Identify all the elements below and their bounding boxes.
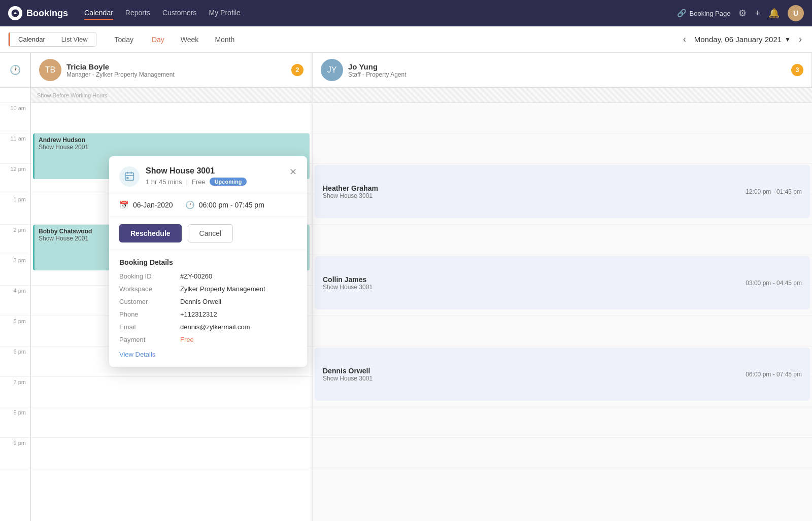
nav-reports[interactable]: Reports: [125, 7, 150, 20]
svg-rect-1: [125, 173, 134, 181]
staff-badge-jo: 3: [791, 64, 803, 76]
day-button[interactable]: Day: [148, 33, 168, 46]
view-toggle: Calendar List View: [8, 32, 96, 47]
booking-page-button[interactable]: 🔗 Booking Page: [677, 9, 731, 18]
popup-date-item: 📅 06-Jan-2020: [119, 200, 173, 210]
detail-label-payment: Payment: [119, 336, 180, 343]
list-view-button[interactable]: List View: [53, 32, 96, 46]
detail-row-id: Booking ID #ZY-00260: [119, 272, 297, 280]
detail-value-customer: Dennis Orwell: [180, 298, 221, 305]
detail-row-payment: Payment Free: [119, 336, 297, 343]
event-heather-graham[interactable]: Heather Graham Show House 3001 12:00 pm …: [315, 165, 810, 218]
time-slot-4pm: 4 pm: [0, 286, 30, 316]
event-type: Show House 3001: [323, 192, 378, 199]
customer-name: Dennis Orwell: [323, 367, 373, 375]
month-button[interactable]: Month: [211, 33, 239, 46]
popup-close-button[interactable]: ✕: [289, 166, 297, 178]
add-icon[interactable]: +: [755, 8, 760, 19]
time-header: 🕐: [0, 53, 30, 87]
time-slot-2pm: 2 pm: [0, 225, 30, 255]
event-title: Andrew Hudson: [39, 136, 306, 144]
detail-label-id: Booking ID: [119, 272, 180, 280]
time-slot-5pm: 5 pm: [0, 316, 30, 346]
staff-role-tricia: Manager - Zylker Property Management: [66, 71, 175, 78]
nav-customers[interactable]: Customers: [162, 7, 197, 20]
view-details-link[interactable]: View Details: [119, 351, 155, 358]
detail-label-email: Email: [119, 323, 180, 331]
detail-value-id: #ZY-00260: [180, 272, 212, 280]
nav-calendar[interactable]: Calendar: [84, 7, 113, 20]
detail-value-phone: +112312312: [180, 310, 217, 318]
prev-date-button[interactable]: ‹: [681, 32, 688, 47]
popup-duration: 1 hr 45 mins: [146, 178, 182, 186]
popup-title-area: Show House 3001 1 hr 45 mins | Free Upco…: [146, 166, 285, 186]
staff-details-tricia: Tricia Boyle Manager - Zylker Property M…: [66, 62, 175, 78]
staff-role-jo: Staff - Property Agent: [348, 71, 407, 78]
clock-icon: 🕐: [185, 200, 195, 210]
detail-label-customer: Customer: [119, 298, 180, 305]
detail-value-email: dennis@zylkermail.com: [180, 323, 250, 331]
popup-separator: |: [186, 178, 188, 186]
notifications-icon[interactable]: 🔔: [768, 8, 780, 19]
time-slot-10am: 10 am: [0, 103, 30, 133]
current-date: Monday, 06 January 2021 ▼: [694, 35, 791, 44]
week-button[interactable]: Week: [177, 33, 203, 46]
next-date-button[interactable]: ›: [797, 32, 804, 47]
brand-logo: Bookings: [8, 6, 68, 20]
calendar-view-button[interactable]: Calendar: [9, 32, 53, 46]
today-button[interactable]: Today: [109, 33, 140, 46]
detail-value-workspace: Zylker Property Management: [180, 285, 265, 293]
settings-icon[interactable]: ⚙: [738, 8, 747, 19]
nav-right-area: 🔗 Booking Page ⚙ + 🔔 U: [677, 5, 804, 21]
reschedule-button[interactable]: Reschedule: [119, 224, 182, 242]
top-navigation: Bookings Calendar Reports Customers My P…: [0, 0, 812, 26]
event-collin-james[interactable]: Collin James Show House 3001 03:00 pm - …: [315, 256, 810, 309]
detail-label-workspace: Workspace: [119, 285, 180, 293]
popup-time-item: 🕐 06:00 pm - 07:45 pm: [185, 200, 264, 210]
popup-time: 06:00 pm - 07:45 pm: [199, 201, 264, 209]
detail-row-workspace: Workspace Zylker Property Management: [119, 285, 297, 293]
sub-navigation: Calendar List View Today Day Week Month …: [0, 26, 812, 53]
time-slot-11am: 11 am: [0, 133, 30, 164]
customer-name: Heather Graham: [323, 184, 378, 192]
brand-icon: [8, 6, 22, 20]
popup-header: Show House 3001 1 hr 45 mins | Free Upco…: [109, 156, 307, 193]
staff-avatar-tricia: TB: [39, 59, 61, 81]
staff-header-row: 🕐 TB Tricia Boyle Manager - Zylker Prope…: [0, 53, 812, 88]
time-slot-7pm: 7 pm: [0, 377, 30, 407]
staff-header-tricia: TB Tricia Boyle Manager - Zylker Propert…: [30, 53, 312, 87]
detail-row-phone: Phone +112312312: [119, 310, 297, 318]
event-dennis-orwell[interactable]: Dennis Orwell Show House 3001 06:00 pm -…: [315, 348, 810, 401]
svg-point-2: [127, 177, 128, 179]
user-avatar[interactable]: U: [788, 5, 804, 21]
popup-free-label: Free: [192, 178, 206, 186]
time-slot-6pm: 6 pm: [0, 346, 30, 377]
staff-name-tricia: Tricia Boyle: [66, 62, 175, 71]
date-dropdown-icon[interactable]: ▼: [785, 36, 791, 43]
popup-service-icon: [119, 166, 140, 187]
before-hours-label: Show Before Working Hours: [31, 88, 312, 103]
customer-name: Collin James: [323, 275, 373, 284]
upcoming-badge: Upcoming: [210, 178, 247, 186]
nav-my-profile[interactable]: My Profile: [209, 7, 241, 20]
time-slot-8pm: 8 pm: [0, 407, 30, 438]
detail-row-customer: Customer Dennis Orwell: [119, 298, 297, 305]
time-slot-3pm: 3 pm: [0, 255, 30, 286]
booking-details-title: Booking Details: [119, 258, 297, 266]
calendar-col-jo: Heather Graham Show House 3001 12:00 pm …: [312, 88, 812, 521]
popup-date: 06-Jan-2020: [133, 201, 173, 209]
staff-details-jo: Jo Yung Staff - Property Agent: [348, 62, 407, 78]
event-time: 12:00 pm - 01:45 pm: [746, 188, 802, 195]
detail-value-payment: Free: [180, 336, 194, 343]
main-nav: Calendar Reports Customers My Profile: [84, 7, 241, 20]
cancel-booking-button[interactable]: Cancel: [188, 224, 233, 242]
period-buttons: Today Day Week Month: [109, 33, 239, 46]
popup-actions: Reschedule Cancel: [109, 217, 307, 250]
detail-row-email: Email dennis@zylkermail.com: [119, 323, 297, 331]
popup-subtitle: 1 hr 45 mins | Free Upcoming: [146, 178, 285, 186]
time-slot-12pm: 12 pm: [0, 164, 30, 194]
time-slot-9pm: 9 pm: [0, 438, 30, 468]
detail-label-phone: Phone: [119, 310, 180, 318]
popup-dates-row: 📅 06-Jan-2020 🕐 06:00 pm - 07:45 pm: [109, 193, 307, 217]
event-subtitle: Show House 2001: [39, 144, 306, 151]
